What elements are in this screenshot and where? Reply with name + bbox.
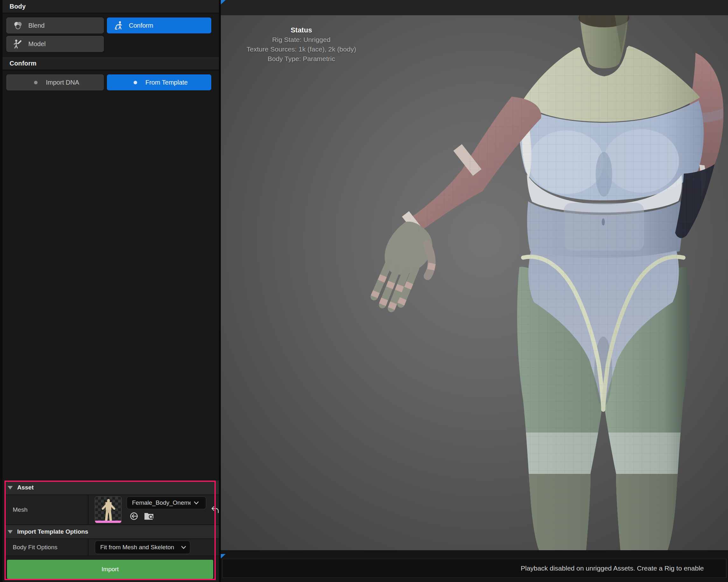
conform-button[interactable]: Conform [107, 18, 211, 33]
left-panel-content: Body Blend [3, 0, 219, 582]
viewport-bottom-bar: Playback disabled on unrigged Assets. Cr… [221, 550, 728, 582]
playback-timeline-bar[interactable]: Playback disabled on unrigged Assets. Cr… [223, 559, 726, 578]
from-template-button[interactable]: From Template [107, 74, 211, 90]
chevron-down-icon [181, 546, 186, 549]
mesh-controls: Female_Body_Onemesh [127, 497, 206, 523]
metahuman-body-editor-window: Body Blend [0, 0, 728, 582]
panel-corner-marker-icon [221, 554, 226, 558]
collapse-triangle-icon[interactable] [8, 530, 13, 534]
mesh-asset-tools [127, 511, 206, 521]
chevron-down-icon [194, 501, 199, 505]
panel-corner-marker-icon [221, 0, 226, 4]
model-icon [12, 38, 23, 49]
conform-section-header: Conform [3, 57, 219, 70]
model-button[interactable]: Model [6, 36, 104, 52]
body-fit-options-row: Body Fit Options Fit from Mesh and Skele… [5, 539, 219, 556]
asset-section: Asset Mesh [5, 480, 219, 582]
mesh-label: Mesh [5, 495, 88, 524]
blend-button[interactable]: Blend [6, 18, 104, 33]
body-fit-options-label: Body Fit Options [5, 539, 88, 556]
asset-header[interactable]: Asset [5, 480, 219, 495]
mesh-value-cell: Female_Body_Onemesh [88, 495, 219, 524]
blend-icon [12, 20, 23, 31]
browse-to-asset-folder-icon[interactable] [144, 511, 155, 521]
import-dna-button[interactable]: Import DNA [6, 74, 104, 90]
viewport-panel: Status Rig State: Unrigged Texture Sourc… [221, 0, 728, 582]
viewport-top-bar [221, 0, 728, 15]
asset-type-color-bar [95, 521, 121, 523]
body-fit-options-dropdown[interactable]: Fit from Mesh and Skeleton [95, 541, 190, 554]
import-dna-label: Import DNA [46, 79, 79, 86]
viewport-3d-canvas[interactable]: Status Rig State: Unrigged Texture Sourc… [221, 15, 728, 550]
body-fit-options-cell: Fit from Mesh and Skeleton [88, 539, 219, 556]
import-template-options-title: Import Template Options [17, 528, 88, 535]
body-section-header: Body [3, 0, 219, 14]
body-section-title: Body [9, 3, 26, 10]
from-template-radio-icon [134, 81, 137, 84]
body-mesh-3d-render [221, 15, 728, 550]
collapse-triangle-icon[interactable] [8, 486, 13, 490]
import-button-label: Import [102, 566, 119, 573]
import-button[interactable]: Import [7, 560, 213, 579]
mesh-asset-dropdown-value: Female_Body_Onemesh [132, 499, 190, 506]
model-button-label: Model [28, 41, 46, 48]
mesh-asset-dropdown[interactable]: Female_Body_Onemesh [127, 497, 206, 509]
conform-button-label: Conform [129, 22, 153, 29]
conform-source-buttons: Import DNA From Template [6, 74, 219, 90]
left-panel: Body Blend [0, 0, 219, 582]
import-dna-radio-icon [34, 81, 37, 84]
mesh-property-row: Mesh [5, 495, 219, 525]
body-mode-buttons: Blend Conform [6, 18, 219, 52]
from-template-label: From Template [146, 79, 188, 86]
conform-section-title: Conform [9, 60, 36, 67]
conform-icon [113, 20, 124, 31]
mesh-thumbnail[interactable] [95, 497, 122, 523]
body-fit-options-value: Fit from Mesh and Skeleton [100, 544, 174, 551]
use-selected-asset-icon[interactable] [129, 511, 139, 521]
import-template-options-header[interactable]: Import Template Options [5, 525, 219, 539]
asset-header-title: Asset [17, 484, 34, 491]
reset-to-default-icon[interactable] [211, 506, 219, 515]
mesh-thumbnail-figure [95, 497, 122, 522]
blend-button-label: Blend [28, 22, 45, 29]
playback-disabled-message: Playback disabled on unrigged Assets. Cr… [521, 564, 704, 572]
